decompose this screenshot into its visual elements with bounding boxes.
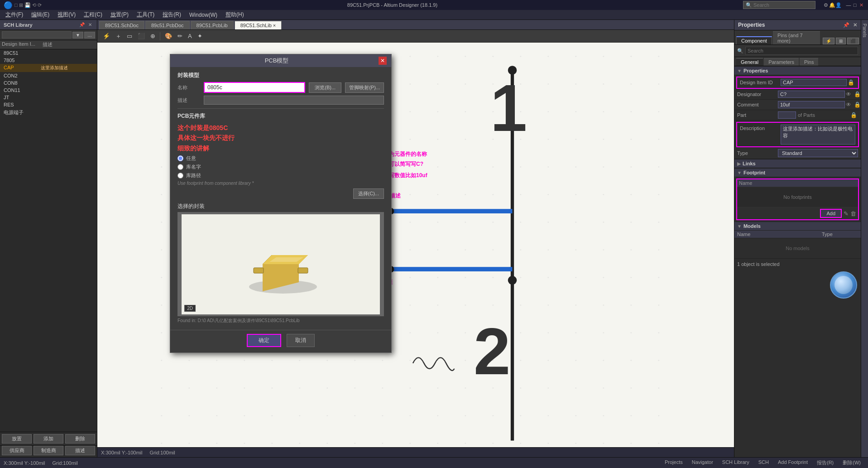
designator-eye-btn[interactable]: 👁	[845, 91, 852, 98]
dialog-radio-libpath[interactable]: 库路径	[177, 172, 384, 179]
bottom-tab-model[interactable]: 报告(R)	[813, 458, 837, 467]
props-search-input[interactable]	[745, 47, 858, 55]
footprint-add-btn[interactable]: Add	[820, 209, 842, 218]
menu-view[interactable]: 视图(V)	[54, 10, 79, 19]
bottom-tab-projects[interactable]: Projects	[661, 458, 686, 467]
lib-search-btn[interactable]: …	[84, 32, 95, 39]
lib-description-btn[interactable]: 描述	[65, 446, 95, 455]
lib-manufacturer-btn[interactable]: 制造商	[34, 446, 63, 455]
menu-help[interactable]: 帮助(H)	[222, 10, 248, 19]
min-btn[interactable]: —	[845, 2, 852, 8]
designator-lock-btn[interactable]: 🔒	[853, 91, 861, 98]
designator-value[interactable]	[778, 91, 845, 98]
lib-item-89c51[interactable]: 89C51	[0, 49, 97, 57]
props-close-btn[interactable]: ✕	[853, 22, 857, 28]
footprint-edit-btn[interactable]: ✎	[844, 209, 849, 218]
section-properties-header[interactable]: ▼ Properties	[734, 66, 861, 75]
lib-item-con8[interactable]: CON8	[0, 79, 97, 87]
bottom-tab-schlib[interactable]: SCH Library	[719, 458, 753, 467]
props-pin-btn[interactable]: 📌	[843, 22, 849, 28]
props-pins-sub-tab[interactable]: Pins	[800, 58, 818, 66]
dialog-desc-input[interactable]	[204, 96, 384, 105]
toolbar-paint-btn[interactable]: 🎨	[163, 32, 174, 40]
toolbar-pen-btn[interactable]: ✏	[176, 32, 184, 40]
tab-pcblib[interactable]: 89C51.PcbLib	[191, 21, 234, 29]
comment-eye-btn[interactable]: 👁	[845, 101, 852, 108]
tab-pcbdoc[interactable]: 89c51.PcbDoc	[145, 21, 190, 29]
toolbar-add-btn[interactable]: ＋	[114, 31, 123, 41]
pcb-model-dialog[interactable]: PCB模型 ✕ 封装模型 名称 浏览(B)... 管脚映射(P)...	[170, 54, 392, 353]
user-btn[interactable]: 👤	[835, 2, 842, 8]
lib-add-btn[interactable]: 添加	[34, 434, 63, 444]
section-links-header[interactable]: ▶ Links	[734, 159, 861, 168]
dialog-ok-btn[interactable]: 确定	[247, 334, 281, 347]
bottom-tab-sch[interactable]: SCH	[755, 458, 772, 467]
menu-window[interactable]: Window(W)	[186, 11, 221, 19]
section-models-header[interactable]: ▼ Models	[734, 222, 861, 231]
dialog-name-input[interactable]	[204, 82, 305, 93]
lib-filter-options-btn[interactable]: ▼	[72, 32, 83, 39]
panel-pin-btn[interactable]: 📌	[78, 22, 86, 28]
toolbar-text-btn[interactable]: A	[186, 32, 194, 40]
bottom-tab-more[interactable]: 删除(W)	[839, 458, 864, 467]
footprint-2d-label[interactable]: 2D	[184, 305, 196, 312]
comment-lock-btn[interactable]: 🔒	[853, 101, 861, 108]
dialog-radio-any[interactable]: 任意	[177, 155, 384, 162]
toolbar-rect-btn[interactable]: ▭	[125, 32, 134, 40]
lib-place-btn[interactable]: 放置	[2, 434, 32, 444]
props-import-btn[interactable]: ⬛	[847, 38, 859, 44]
lib-item-res[interactable]: RES	[0, 101, 97, 108]
toolbar-select-btn[interactable]: ⬛	[136, 32, 147, 40]
lib-item-con2[interactable]: CON2	[0, 72, 97, 79]
canvas-content[interactable]: 1 2 固有属性包含 一般为元器件的名称 电容可以简写写C?	[97, 43, 734, 457]
props-component-tab[interactable]: Component	[736, 36, 772, 44]
props-pins-tab[interactable]: Pins (and 7 more)	[773, 31, 820, 44]
titlebar-search-input[interactable]	[743, 1, 815, 9]
description-value[interactable]: 这里添加描述：比如说是极性电容	[781, 125, 855, 145]
menu-project[interactable]: 工程(C)	[80, 10, 106, 19]
bell-btn[interactable]: 🔔	[829, 2, 835, 8]
menu-reports[interactable]: 报告(R)	[159, 10, 185, 19]
max-btn[interactable]: □	[852, 2, 858, 8]
dialog-close-btn[interactable]: ✕	[379, 57, 387, 65]
close-btn[interactable]: ✕	[858, 2, 864, 8]
lib-filter-input[interactable]	[2, 31, 72, 39]
menu-tools[interactable]: 工具(T)	[133, 10, 158, 19]
dialog-browse-btn[interactable]: 浏览(B)...	[309, 82, 341, 93]
menu-place[interactable]: 放置(P)	[107, 10, 132, 19]
tab-schdoc[interactable]: 89C51.SchDoc	[99, 21, 144, 29]
dialog-cancel-btn[interactable]: 取消	[287, 334, 315, 347]
tab-schlib[interactable]: 89C51.SchLib ×	[235, 21, 282, 29]
footprint-delete-btn[interactable]: 🗑	[850, 209, 856, 218]
design-item-lock-btn[interactable]: 🔒	[847, 79, 855, 86]
minimize-btn[interactable]: ⚙	[823, 2, 829, 8]
toolbar-star-btn[interactable]: ✦	[196, 32, 204, 40]
dialog-pin-map-btn[interactable]: 管脚映射(P)...	[345, 82, 384, 93]
part-lock-btn[interactable]: 🔒	[849, 111, 858, 119]
part-value[interactable]	[778, 111, 796, 119]
props-export-btn[interactable]: ⊞	[836, 38, 846, 44]
toolbar-move-btn[interactable]: ⊕	[149, 32, 157, 40]
lib-item-cap[interactable]: CAP这里添加描述	[0, 64, 97, 72]
lib-item-power[interactable]: 电源端子	[0, 108, 97, 117]
section-footprint-header[interactable]: ▼ Footprint	[734, 168, 861, 177]
vtab-panels[interactable]: Panels	[861, 20, 868, 41]
dialog-select-btn[interactable]: 选择(C)...	[353, 188, 384, 199]
lib-delete-btn[interactable]: 删除	[65, 434, 95, 444]
props-parameters-tab[interactable]: Parameters	[764, 58, 799, 66]
panel-close-btn[interactable]: ✕	[87, 22, 93, 28]
lib-supplier-btn[interactable]: 供应商	[2, 446, 32, 455]
type-select[interactable]: Standard	[778, 149, 858, 157]
bottom-tab-add-footprint[interactable]: Add Footprint	[774, 458, 811, 467]
lib-item-jt[interactable]: JT	[0, 94, 97, 101]
props-filter-icon-btn[interactable]: ⚡	[823, 38, 834, 44]
props-general-tab[interactable]: General	[736, 58, 763, 66]
lib-item-con11[interactable]: CON11	[0, 87, 97, 94]
lib-item-7805[interactable]: 7805	[0, 57, 97, 64]
dialog-radio-libname[interactable]: 库名字	[177, 164, 384, 170]
menu-file[interactable]: 文件(F)	[2, 10, 27, 19]
comment-value[interactable]	[778, 101, 845, 108]
toolbar-filter-btn[interactable]: ⚡	[101, 32, 112, 40]
bottom-tab-navigator[interactable]: Navigator	[688, 458, 717, 467]
menu-edit[interactable]: 编辑(E)	[28, 10, 53, 19]
